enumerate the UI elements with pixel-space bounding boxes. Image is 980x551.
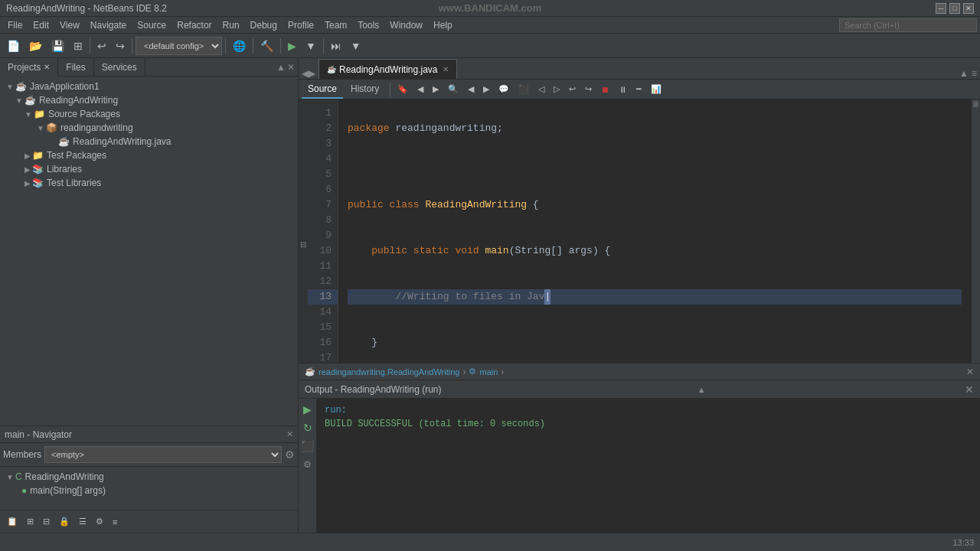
- tree-item-test-packages[interactable]: ▶ 📁 Test Packages: [0, 148, 298, 162]
- tab-files[interactable]: Files: [58, 58, 93, 77]
- tab-services[interactable]: Services: [94, 58, 145, 77]
- next-occurrence-btn[interactable]: ▶: [479, 80, 493, 99]
- expand-test-libraries[interactable]: ▶: [24, 179, 31, 187]
- config-dropdown[interactable]: <default config>: [136, 37, 222, 55]
- nav-settings-button[interactable]: ⚙: [285, 448, 295, 461]
- bc-item-class[interactable]: ☕ readingandwriting.ReadingAndWriting: [305, 367, 459, 377]
- jump-back-btn[interactable]: ↩: [565, 80, 580, 99]
- jump-fwd-btn[interactable]: ↪: [581, 80, 596, 99]
- output-minimize[interactable]: ▲: [697, 385, 706, 394]
- record-btn[interactable]: ⏸: [615, 80, 631, 99]
- build-button[interactable]: 🔨: [256, 36, 277, 56]
- format-btn[interactable]: ⬛: [514, 80, 533, 99]
- line-btn[interactable]: ━: [632, 80, 645, 99]
- chart-btn[interactable]: 📊: [647, 80, 665, 99]
- expand-java-app[interactable]: ▼: [6, 83, 14, 91]
- prev-bookmark-btn[interactable]: ◀: [413, 80, 427, 99]
- redo-button[interactable]: ↪: [112, 36, 129, 56]
- editor-panel-menu[interactable]: ≡: [972, 68, 977, 79]
- prev-occurrence-btn[interactable]: ◀: [464, 80, 478, 99]
- output-settings-btn[interactable]: ⚙: [300, 457, 315, 472]
- menu-help[interactable]: Help: [429, 18, 457, 32]
- menu-refactor[interactable]: Refactor: [172, 18, 216, 32]
- menu-profile[interactable]: Profile: [283, 18, 318, 32]
- maximize-button[interactable]: □: [949, 3, 960, 14]
- save-all-button[interactable]: ⊞: [70, 36, 87, 56]
- tree-item-rw-java[interactable]: ☕ ReadingAndWriting.java: [0, 135, 298, 148]
- close-button[interactable]: ✕: [963, 3, 974, 14]
- editor-panel-collapse[interactable]: ▲: [959, 68, 969, 79]
- lb-btn-3[interactable]: ⊟: [39, 512, 54, 532]
- navigator-close[interactable]: ✕: [286, 429, 293, 439]
- next-bookmark-btn[interactable]: ▶: [429, 80, 443, 99]
- run-button[interactable]: ▶: [284, 36, 300, 56]
- members-dropdown[interactable]: <empty>: [44, 446, 282, 463]
- lb-btn-4[interactable]: 🔒: [55, 512, 74, 532]
- output-run-btn[interactable]: ▶: [300, 402, 315, 417]
- next-usage-btn[interactable]: ▷: [550, 80, 564, 99]
- tab-next-arrow[interactable]: ▶: [309, 68, 315, 79]
- step-dropdown[interactable]: ▼: [347, 36, 365, 56]
- tab-projects[interactable]: Projects ✕: [0, 58, 58, 77]
- tree-item-libraries[interactable]: ▶ 📚 Libraries: [0, 162, 298, 176]
- globe-button[interactable]: 🌐: [229, 36, 250, 56]
- new-project-button[interactable]: 📄: [3, 36, 24, 56]
- bc-item-method[interactable]: ⚙ main: [469, 367, 498, 377]
- search-btn[interactable]: 🔍: [444, 80, 462, 99]
- lb-btn-2[interactable]: ⊞: [23, 512, 38, 532]
- menu-window[interactable]: Window: [385, 18, 427, 32]
- lb-btn-5[interactable]: ☰: [75, 512, 90, 532]
- prev-usage-btn[interactable]: ◁: [534, 80, 548, 99]
- expand-libraries[interactable]: ▶: [24, 165, 31, 174]
- menu-tools[interactable]: Tools: [353, 18, 384, 32]
- toggle-bookmark-btn[interactable]: 🔖: [394, 80, 412, 99]
- editor-tab-rw[interactable]: ☕ ReadingAndWriting.java ✕: [318, 59, 457, 79]
- nav-item-class[interactable]: ▼ C ReadingAndWriting: [0, 470, 298, 484]
- tree-item-source-packages[interactable]: ▼ 📁 Source Packages: [0, 107, 298, 121]
- tab-prev-arrow[interactable]: ◀: [302, 68, 309, 79]
- tree-item-package[interactable]: ▼ 📦 readingandwriting: [0, 121, 298, 135]
- tree-item-test-libraries[interactable]: ▶ 📚 Test Libraries: [0, 176, 298, 190]
- menu-navigate[interactable]: Navigate: [86, 18, 131, 32]
- menu-source[interactable]: Source: [132, 18, 171, 32]
- breadcrumb-close[interactable]: ✕: [966, 367, 974, 377]
- expand-package[interactable]: ▼: [37, 124, 44, 132]
- stop-recording-btn[interactable]: ⏹: [597, 80, 613, 99]
- undo-button[interactable]: ↩: [93, 36, 110, 56]
- scrollbar-thumb[interactable]: [973, 101, 978, 107]
- history-tab[interactable]: History: [345, 80, 385, 99]
- menu-debug[interactable]: Debug: [246, 18, 282, 32]
- menu-team[interactable]: Team: [320, 18, 351, 32]
- output-rerun-btn[interactable]: ↻: [300, 420, 315, 435]
- lb-btn-6[interactable]: ⚙: [92, 512, 107, 532]
- lb-btn-7[interactable]: ≡: [109, 512, 121, 532]
- run-dropdown[interactable]: ▼: [302, 36, 320, 56]
- expand-source-packages[interactable]: ▼: [24, 110, 32, 119]
- tab-projects-close[interactable]: ✕: [44, 63, 50, 71]
- menu-edit[interactable]: Edit: [28, 18, 54, 32]
- tree-item-java-app[interactable]: ▼ ☕ JavaApplication1: [0, 80, 298, 93]
- code-content[interactable]: package readingandwriting; public class …: [338, 99, 971, 363]
- step-button[interactable]: ⏭: [327, 36, 345, 56]
- tree-item-reading-writing[interactable]: ▼ ☕ ReadingAndWriting: [0, 93, 298, 107]
- left-panel-collapse[interactable]: ▲: [276, 62, 286, 73]
- nav-item-main[interactable]: ● main(String[] args): [0, 484, 298, 497]
- fold-icon-10[interactable]: ⊟: [299, 237, 308, 253]
- left-panel-close[interactable]: ✕: [287, 62, 295, 73]
- source-tab[interactable]: Source: [302, 80, 343, 99]
- menu-file[interactable]: File: [3, 18, 27, 32]
- expand-reading-writing[interactable]: ▼: [15, 96, 23, 105]
- menu-run[interactable]: Run: [218, 18, 244, 32]
- toggle-comments-btn[interactable]: 💬: [495, 80, 513, 99]
- search-input[interactable]: [839, 18, 977, 32]
- save-button[interactable]: 💾: [47, 36, 68, 56]
- output-stop-btn[interactable]: ⬛: [300, 439, 315, 454]
- menu-view[interactable]: View: [55, 18, 84, 32]
- minimize-button[interactable]: ─: [936, 3, 946, 14]
- lb-btn-1[interactable]: 📋: [3, 512, 21, 532]
- rw-tab-close[interactable]: ✕: [443, 65, 449, 73]
- right-scrollbar[interactable]: [971, 99, 980, 363]
- open-project-button[interactable]: 📂: [25, 36, 46, 56]
- expand-test-packages[interactable]: ▶: [24, 152, 31, 160]
- output-close[interactable]: ✕: [965, 383, 974, 396]
